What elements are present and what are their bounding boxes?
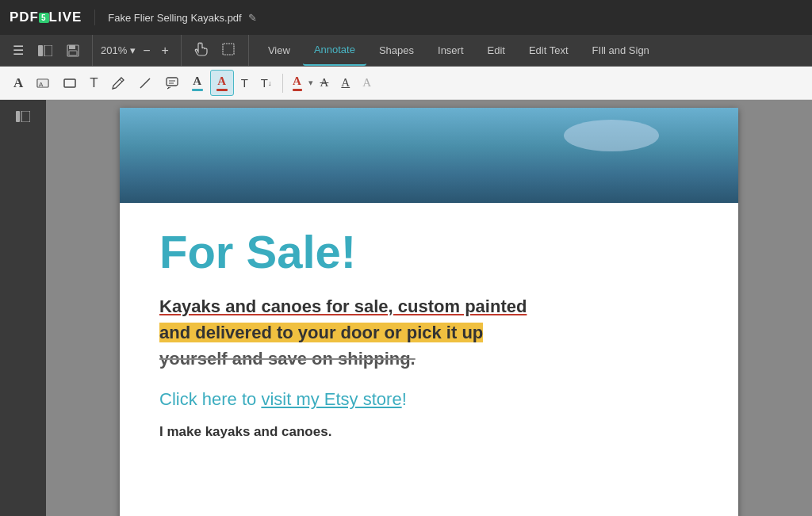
highlight-text-indicator xyxy=(216,89,228,91)
tab-edit-text[interactable]: Edit Text xyxy=(518,35,580,66)
pdf-title: For Sale! xyxy=(159,227,699,277)
water-bg xyxy=(120,108,738,203)
svg-rect-1 xyxy=(44,45,52,56)
color-dropdown-arrow[interactable]: ▾ xyxy=(308,78,313,88)
pdf-link-text[interactable]: visit my Etsy store xyxy=(261,389,401,409)
svg-rect-15 xyxy=(21,111,30,122)
highlight-text-button[interactable]: A xyxy=(210,70,234,96)
svg-rect-5 xyxy=(223,44,234,55)
logo: PDF5LIVE xyxy=(10,10,82,25)
tab-shapes[interactable]: Shapes xyxy=(368,35,425,66)
main-toolbar: ☰ 201% ▾ − + xyxy=(0,35,812,67)
left-sidebar xyxy=(0,100,46,516)
pdf-line2-highlight: and delivered to your door or pick it up xyxy=(159,323,483,342)
svg-rect-4 xyxy=(69,51,77,55)
sky-element xyxy=(564,120,659,151)
toolbar-tools xyxy=(182,35,249,66)
save-button[interactable] xyxy=(62,41,84,60)
save-icon xyxy=(67,44,79,57)
pdf-link-line: Click here to visit my Etsy store! xyxy=(159,389,699,410)
zoom-dropdown-arrow[interactable]: ▾ xyxy=(130,44,136,56)
menu-button[interactable]: ☰ xyxy=(8,40,29,61)
annotate-toolbar: A A T xyxy=(0,67,812,100)
color-dot-red xyxy=(293,89,302,91)
hand-icon xyxy=(194,42,209,56)
comment-button[interactable] xyxy=(159,72,185,94)
text-color-button[interactable]: A xyxy=(186,71,209,95)
rectangle-button[interactable] xyxy=(57,72,82,94)
text-color-indicator xyxy=(192,89,203,91)
panel-toggle-button[interactable] xyxy=(33,42,57,59)
select-icon xyxy=(221,42,236,56)
zoom-value: 201% xyxy=(101,44,127,56)
text-sub-button[interactable]: T↓ xyxy=(255,72,278,94)
tab-insert[interactable]: Insert xyxy=(427,35,475,66)
hand-tool-button[interactable] xyxy=(190,39,213,63)
textbox-button[interactable]: T xyxy=(84,71,103,95)
tab-view[interactable]: View xyxy=(257,35,301,66)
pdf-link-after: ! xyxy=(402,389,407,409)
strikethrough-button[interactable]: A xyxy=(315,72,335,94)
svg-rect-9 xyxy=(64,79,75,87)
pdf-content: For Sale! Kayaks and canoes for sale, cu… xyxy=(120,203,738,464)
text-annotation-button[interactable]: A xyxy=(8,71,29,95)
rectangle-icon xyxy=(63,76,77,90)
underline-button[interactable]: A xyxy=(335,72,355,94)
top-bar: PDF5LIVE Fake Flier Selling Kayaks.pdf ✎ xyxy=(0,0,812,35)
main-content: For Sale! Kayaks and canoes for sale, cu… xyxy=(0,100,812,516)
svg-line-10 xyxy=(140,78,150,88)
select-tool-button[interactable] xyxy=(216,39,240,63)
pdf-small-text: I make kayaks and canoes. xyxy=(159,424,699,440)
edit-icon[interactable]: ✎ xyxy=(248,12,257,24)
svg-text:A: A xyxy=(39,81,44,88)
pdf-line3-strike: yourself and save on shipping. xyxy=(159,349,416,369)
filename: Fake Flier Selling Kayaks.pdf xyxy=(108,12,241,24)
eraser-button[interactable] xyxy=(132,72,158,94)
zoom-out-button[interactable]: − xyxy=(139,42,154,59)
comment-icon xyxy=(165,76,179,90)
tab-annotate[interactable]: Annotate xyxy=(303,35,366,66)
pdf-body: Kayaks and canoes for sale, custom paint… xyxy=(159,293,699,372)
pdf-link-before: Click here to xyxy=(159,389,261,409)
color-picker-button[interactable]: A xyxy=(288,71,307,94)
sidebar-panel-button[interactable] xyxy=(11,108,35,125)
menu-tabs: View Annotate Shapes Insert Edit Edit Te… xyxy=(249,35,812,66)
pencil-icon xyxy=(111,76,125,90)
svg-rect-14 xyxy=(16,111,20,122)
pencil-button[interactable] xyxy=(105,72,131,94)
pdf-page: For Sale! Kayaks and canoes for sale, cu… xyxy=(120,108,738,516)
plain-text-button[interactable]: A xyxy=(357,72,377,94)
highlight-tool-button[interactable]: A xyxy=(30,72,56,94)
tab-edit[interactable]: Edit xyxy=(477,35,516,66)
file-info: Fake Flier Selling Kayaks.pdf ✎ xyxy=(95,12,269,24)
logo-badge: 5 xyxy=(39,13,49,23)
toolbar-separator-1 xyxy=(282,74,283,93)
highlight-icon: A xyxy=(36,76,50,90)
eraser-icon xyxy=(138,76,152,90)
logo-area: PDF5LIVE xyxy=(10,10,95,25)
sidebar-icon xyxy=(16,111,30,122)
text-style-T-button[interactable]: T xyxy=(236,72,254,94)
tab-fill-and-sign[interactable]: FIll and Sign xyxy=(581,35,661,66)
svg-rect-0 xyxy=(38,45,43,56)
pdf-header-image xyxy=(120,108,738,203)
panel-icon xyxy=(38,45,52,56)
svg-rect-11 xyxy=(167,78,178,86)
toolbar-left-group: ☰ xyxy=(0,35,93,66)
zoom-area: 201% ▾ − + xyxy=(93,35,182,66)
pdf-line1: Kayaks and canoes for sale, custom paint… xyxy=(159,296,527,316)
svg-rect-3 xyxy=(69,45,75,49)
pdf-area[interactable]: For Sale! Kayaks and canoes for sale, cu… xyxy=(46,100,812,516)
zoom-in-button[interactable]: + xyxy=(158,42,173,59)
